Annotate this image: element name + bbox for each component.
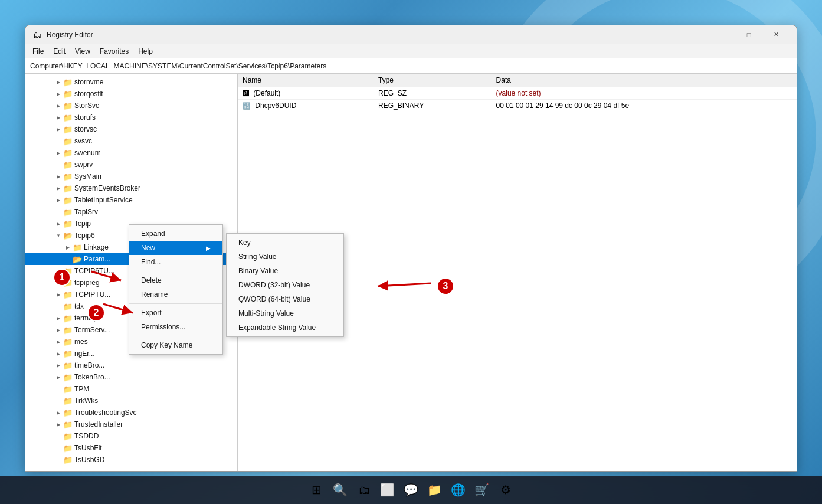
tree-label: TPM <box>74 385 89 393</box>
reg-sz-icon: 🅰 <box>243 90 249 97</box>
tree-item-stornvme[interactable]: ▶ 📁 stornvme <box>25 76 237 88</box>
taskbar-edge[interactable]: 🌐 <box>448 479 469 500</box>
reg-name: 🔢 Dhcpv6DUID <box>238 100 374 112</box>
tree-item-tsusbflt[interactable]: 📁 TsUsbFlt <box>25 442 237 454</box>
folder-icon: 📁 <box>63 90 73 99</box>
tree-label: mes <box>74 338 88 346</box>
tree-item-storufs[interactable]: ▶ 📁 storufs <box>25 112 237 123</box>
tree-label: timeBro... <box>74 361 104 369</box>
tree-item-troubleshootingsvc[interactable]: ▶ 📁 TroubleshootingSvc <box>25 407 237 418</box>
taskbar-explorer[interactable]: 📁 <box>424 479 446 500</box>
folder-icon: 📁 <box>63 408 73 417</box>
tree-item-swprv[interactable]: 📁 swprv <box>25 159 237 171</box>
context-menu-separator-3 <box>129 336 222 336</box>
menu-view[interactable]: View <box>70 46 95 57</box>
expand-icon: ▶ <box>54 174 63 179</box>
expand-icon: ▶ <box>54 80 63 85</box>
tree-item-timebro[interactable]: ▶ 📁 timeBro... <box>25 359 237 371</box>
tree-label: swenum <box>74 149 101 157</box>
tree-item-tsddd[interactable]: 📁 TSDDD <box>25 430 237 442</box>
tree-label: Tcpip <box>74 220 91 228</box>
tree-item-tokenbro[interactable]: ▶ 📁 TokenBro... <box>25 371 237 383</box>
ctx-permissions[interactable]: Permissions... <box>129 320 222 334</box>
taskbar-start[interactable]: ⊞ <box>306 479 328 500</box>
annotation-1: 1 <box>53 269 71 286</box>
sub-dword-value[interactable]: DWORD (32-bit) Value <box>227 278 343 292</box>
sub-multi-string[interactable]: Multi-String Value <box>227 306 343 320</box>
reg-type: REG_SZ <box>374 87 492 100</box>
tree-label: StorSvc <box>74 102 99 110</box>
ctx-find[interactable]: Find... <box>129 255 222 269</box>
maximize-button[interactable]: □ <box>735 25 762 44</box>
table-row[interactable]: 🅰 (Default) REG_SZ (value not set) <box>238 87 797 100</box>
ctx-export-label: Export <box>141 309 162 317</box>
menu-file[interactable]: File <box>28 46 48 57</box>
taskbar-taskview[interactable]: 🗂 <box>353 479 375 500</box>
ctx-export[interactable]: Export <box>129 306 222 320</box>
ctx-new[interactable]: New ▶ <box>129 241 222 255</box>
tree-item-storsvc[interactable]: ▶ 📁 StorSvc <box>25 100 237 112</box>
expand-icon: ▶ <box>54 292 63 297</box>
menu-favorites[interactable]: Favorites <box>95 46 133 57</box>
tree-item-tpm[interactable]: 📁 TPM <box>25 383 237 395</box>
tree-label: tcpipreg <box>74 279 100 287</box>
folder-icon: 📁 <box>63 302 73 311</box>
tree-label: TroubleshootingSvc <box>74 408 137 417</box>
app-icon: 🗂 <box>32 30 42 40</box>
window-controls: − □ ✕ <box>708 25 790 44</box>
tree-item-tsusbgd[interactable]: 📁 TsUsbGD <box>25 454 237 466</box>
minimize-button[interactable]: − <box>708 25 735 44</box>
sub-qword-value[interactable]: QWORD (64-bit) Value <box>227 292 343 306</box>
folder-open-icon: 📂 <box>63 231 73 240</box>
ctx-expand-label: Expand <box>141 230 165 238</box>
taskbar-search[interactable]: 🔍 <box>330 479 351 500</box>
tree-item-storqosflt[interactable]: ▶ 📁 storqosflt <box>25 88 237 100</box>
address-bar: Computer\HKEY_LOCAL_MACHINE\SYSTEM\Curre… <box>25 58 797 74</box>
sub-string-value[interactable]: String Value <box>227 250 343 264</box>
menu-help[interactable]: Help <box>133 46 158 57</box>
ctx-delete-label: Delete <box>141 276 162 284</box>
tree-label: Tcpip6 <box>74 231 95 240</box>
tree-item-tapisrv[interactable]: 📁 TapiSrv <box>25 206 237 218</box>
expand-icon <box>63 257 73 262</box>
tree-item-swenum[interactable]: ▶ 📁 swenum <box>25 147 237 159</box>
expand-icon <box>54 457 63 463</box>
tree-label: Param... <box>84 255 110 263</box>
context-menu: Expand New ▶ Find... Delete Rename Expor… <box>129 224 223 355</box>
folder-icon: 📁 <box>63 420 73 429</box>
sub-key[interactable]: Key <box>227 235 343 250</box>
expand-icon <box>54 434 63 439</box>
sub-binary-value[interactable]: Binary Value <box>227 264 343 278</box>
taskbar-store[interactable]: 🛒 <box>471 479 493 500</box>
tree-item-sysmain[interactable]: ▶ 📁 SysMain <box>25 171 237 182</box>
ctx-copy-key-name[interactable]: Copy Key Name <box>129 338 222 352</box>
tree-item-tabletinputservice[interactable]: ▶ 📁 TabletInputService <box>25 194 237 206</box>
close-button[interactable]: ✕ <box>762 25 790 44</box>
ctx-delete[interactable]: Delete <box>129 273 222 287</box>
expand-icon: ▶ <box>54 351 63 356</box>
table-row[interactable]: 🔢 Dhcpv6DUID REG_BINARY 00 01 00 01 29 1… <box>238 100 797 112</box>
tree-item-svsvc[interactable]: 📁 svsvc <box>25 135 237 147</box>
tree-item-trustedinstaller[interactable]: ▶ 📁 TrustedInstaller <box>25 418 237 430</box>
tree-label: TabletInputService <box>74 196 133 204</box>
tree-label: TsUsbFlt <box>74 444 102 452</box>
ctx-expand[interactable]: Expand <box>129 227 222 241</box>
folder-icon: 📁 <box>63 456 73 464</box>
tree-label: storqosflt <box>74 90 103 98</box>
reg-type: REG_BINARY <box>374 100 492 112</box>
folder-icon: 📁 <box>63 137 73 146</box>
tree-label: TsUsbGD <box>74 456 104 464</box>
taskbar-chat[interactable]: 💬 <box>401 479 422 500</box>
ctx-rename[interactable]: Rename <box>129 287 222 302</box>
folder-icon: 📁 <box>63 373 73 382</box>
taskbar-widgets[interactable]: ⬜ <box>377 479 398 500</box>
folder-icon: 📁 <box>63 361 73 370</box>
sub-expandable-string[interactable]: Expandable String Value <box>227 320 343 335</box>
expand-icon: ▶ <box>54 375 63 380</box>
taskbar-settings[interactable]: ⚙ <box>495 479 516 500</box>
tree-item-trkwks[interactable]: 📁 TrkWks <box>25 395 237 407</box>
menu-edit[interactable]: Edit <box>48 46 70 57</box>
tree-item-storvsc[interactable]: ▶ 📁 storvsc <box>25 123 237 135</box>
tree-item-systemeventsbroker[interactable]: ▶ 📁 SystemEventsBroker <box>25 182 237 194</box>
tree-label: storufs <box>74 113 96 122</box>
